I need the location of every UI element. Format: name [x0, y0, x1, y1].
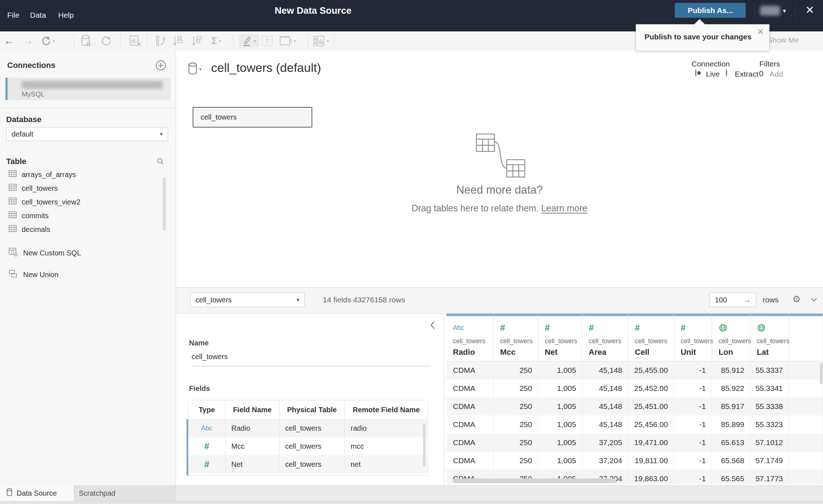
grid-cell: 57.1773 [750, 470, 789, 484]
fields-col-header: Physical Table [279, 400, 345, 419]
column-accent-bar [446, 314, 493, 316]
grid-col-header-Lon[interactable]: cell_towersLon [712, 314, 750, 361]
username-redacted[interactable] [760, 6, 780, 16]
datasource-title[interactable]: cell_towers (default) [211, 61, 321, 75]
grid-cell: 55.3341 [750, 379, 789, 397]
grid-row[interactable]: CDMA2501,00545,14825,452.00-185.92255.33… [446, 379, 823, 397]
fields-table-scrollbar[interactable] [423, 424, 426, 466]
live-radio-label[interactable]: Live [706, 70, 720, 78]
sidebar-table-item-decimals[interactable]: decimals [9, 223, 168, 236]
column-table-name: cell_towers [453, 337, 485, 345]
learn-more-link[interactable]: Learn more [541, 203, 587, 213]
grid-row[interactable]: CDMA2501,00545,14825,451.00-185.91755.33… [446, 397, 823, 415]
name-input[interactable]: cell_towers [192, 353, 228, 361]
forward-icon[interactable]: → [23, 34, 33, 47]
back-icon[interactable]: ← [4, 34, 14, 47]
grid-cell: 250 [494, 434, 539, 452]
pause-auto-updates-icon[interactable] [81, 34, 91, 47]
fields-row-Mcc[interactable]: #Mcccell_towersmcc [187, 437, 428, 455]
preview-table-select[interactable]: cell_towers ▾ [190, 293, 305, 307]
extract-radio[interactable] [726, 69, 727, 77]
menu-help[interactable]: Help [58, 11, 74, 20]
live-radio[interactable] [695, 69, 696, 77]
table-item-label: decimals [22, 225, 50, 234]
show-me-button[interactable]: Show Me [767, 36, 799, 44]
sidebar-table-item-cell_towers[interactable]: cell_towers [9, 181, 168, 195]
grid-col-header-Mcc[interactable]: #cell_towersMcc [494, 314, 539, 361]
grid-cell: 45,148 [582, 415, 629, 434]
grid-col-header-Unit[interactable]: #cell_towersUnit [674, 314, 712, 361]
database-select-value: default [12, 130, 33, 138]
tooltip-close-icon[interactable]: ✕ [757, 27, 764, 37]
logical-table-label: cell_towers [201, 113, 237, 121]
sort-descending-icon[interactable] [192, 34, 204, 47]
grid-horizontal-scrollbar[interactable] [453, 478, 616, 483]
grid-row[interactable]: CDMA2501,00537,20519,471.00-165.61357.10… [446, 434, 823, 452]
column-accent-bar [750, 314, 789, 316]
highlight-icon[interactable]: ▾ [239, 34, 259, 47]
menu-data[interactable]: Data [30, 11, 46, 20]
tab-scratchpad[interactable]: Scratchpad [74, 485, 176, 501]
sidebar-table-item-arrays_of_arrays[interactable]: arrays_of_arrays [9, 168, 168, 181]
redo-icon[interactable]: ▾ [40, 34, 55, 47]
new-union-button[interactable]: New Union [9, 267, 168, 282]
row-count-input[interactable]: 100 → [710, 293, 756, 307]
collapse-preview-chevron-icon[interactable] [809, 295, 819, 306]
column-accent-bar [712, 314, 750, 316]
field-name-cell[interactable]: Mcc [226, 437, 279, 455]
grid-col-header-Cell[interactable]: #cell_towersCell [628, 314, 674, 361]
grid-cell: CDMA [446, 397, 494, 415]
collapse-panel-icon[interactable] [429, 320, 436, 332]
search-icon[interactable] [157, 158, 164, 167]
column-field-name: Mcc [500, 348, 516, 357]
grid-col-header-Area[interactable]: #cell_towersArea [582, 314, 629, 361]
swap-rows-columns-icon[interactable] [155, 34, 167, 47]
add-connection-icon[interactable] [155, 60, 166, 72]
field-name-cell[interactable]: Net [226, 455, 279, 473]
publish-as-button[interactable]: Publish As... [675, 3, 746, 18]
fit-selector-icon[interactable]: ▾ [279, 34, 296, 47]
apply-rows-arrow-icon[interactable]: → [743, 296, 751, 304]
close-window-icon[interactable]: ✕ [805, 4, 814, 16]
show-hide-cards-icon[interactable]: ▾ [313, 34, 329, 47]
table-heading: Table [6, 157, 26, 166]
column-table-name: cell_towers [545, 337, 577, 345]
database-select[interactable]: default ▾ [6, 127, 168, 141]
grid-cell-empty [789, 452, 823, 470]
totals-icon[interactable]: Σ▾ [211, 34, 221, 47]
sidebar-table-item-cell_towers_view2[interactable]: cell_towers_view2 [9, 195, 168, 209]
tab-data-source[interactable]: Data Source [0, 485, 74, 501]
extract-radio-label[interactable]: Extract [735, 70, 758, 78]
menu-file[interactable]: File [7, 11, 20, 20]
sort-ascending-icon[interactable] [173, 34, 185, 47]
grid-cell: 85.917 [712, 397, 750, 415]
data-preview-grid: Abccell_towersRadio#cell_towersMcc#cell_… [446, 314, 823, 484]
grid-col-header-Lat[interactable]: cell_towersLat [750, 314, 789, 361]
logical-table-node[interactable]: cell_towers [193, 107, 312, 128]
datasource-icon[interactable] [188, 63, 197, 76]
table-list-scrollbar[interactable] [163, 177, 166, 231]
grid-cell: 250 [494, 415, 539, 434]
grid-row[interactable]: CDMA2501,00545,14825,455.00-185.91255.33… [446, 361, 823, 379]
sidebar-table-item-commits[interactable]: commits [9, 209, 168, 223]
fields-row-Net[interactable]: #Netcell_towersnet [187, 455, 428, 473]
grid-row[interactable]: CDMA2501,00537,20419,811.00-165.56857.17… [446, 452, 823, 470]
fields-row-Radio[interactable]: AbcRadiocell_towersradio [187, 419, 428, 437]
grid-row[interactable]: CDMA2501,00545,14825,456.00-185.89955.33… [446, 415, 823, 434]
annotate-icon[interactable]: T [261, 34, 273, 47]
gear-icon[interactable]: ⚙ [792, 294, 801, 305]
fields-header-row: TypeField NamePhysical TableRemote Field… [188, 400, 428, 419]
grid-col-header-Net[interactable]: #cell_towersNet [538, 314, 582, 361]
connection-section-label: Connection [691, 60, 730, 68]
filters-add-link[interactable]: Add [770, 70, 783, 78]
column-table-name: cell_towers [681, 337, 713, 345]
new-custom-sql-button[interactable]: New Custom SQL [9, 246, 168, 260]
run-auto-update-icon[interactable] [100, 34, 112, 47]
grid-col-header-Radio[interactable]: Abccell_towersRadio [446, 314, 494, 361]
field-name-cell[interactable]: Radio [226, 419, 279, 437]
clear-sheet-icon[interactable] [129, 34, 142, 47]
user-menu-caret-icon[interactable]: ▾ [783, 7, 786, 15]
grid-cell: 85.922 [712, 379, 750, 397]
datasource-caret-icon[interactable]: ▾ [199, 66, 202, 72]
grid-vertical-scrollbar[interactable] [820, 363, 823, 384]
